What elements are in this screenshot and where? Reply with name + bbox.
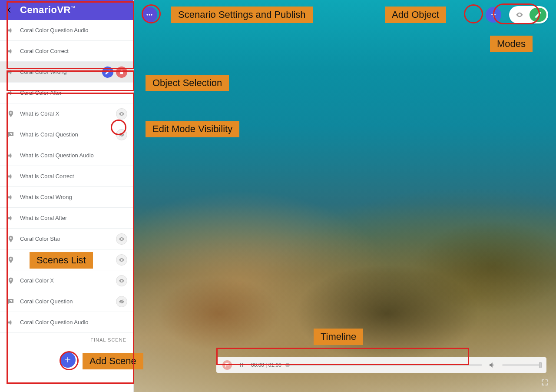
brand-name: CenarioVR bbox=[20, 4, 71, 15]
visibility-toggle[interactable] bbox=[116, 233, 127, 245]
final-scene-label: FINAL SCENE bbox=[0, 333, 133, 345]
audio-icon bbox=[6, 88, 16, 98]
list-item[interactable]: Coral Color Question Audio bbox=[0, 312, 133, 333]
add-object-button[interactable] bbox=[486, 7, 501, 23]
brand-tm: ™ bbox=[71, 5, 76, 10]
list-item-label: Coral Color Wrong bbox=[20, 69, 98, 75]
audio-icon bbox=[6, 26, 16, 35]
list-item[interactable] bbox=[0, 249, 133, 270]
app-root: CenarioVR™ Coral Color Question Audio Co… bbox=[0, 0, 556, 392]
audio-icon bbox=[6, 151, 16, 160]
fullscreen-button[interactable] bbox=[540, 378, 549, 387]
scene-canvas[interactable] bbox=[134, 0, 556, 392]
list-item-label: What is Coral Wrong bbox=[20, 194, 127, 200]
sidebar: CenarioVR™ Coral Color Question Audio Co… bbox=[0, 0, 134, 392]
volume-thumb[interactable] bbox=[539, 362, 542, 368]
list-item[interactable]: Coral Color After bbox=[0, 83, 133, 103]
list-item-label: What is Coral Question bbox=[20, 131, 112, 138]
audio-icon bbox=[6, 318, 16, 327]
list-item-label: What is Coral X bbox=[20, 110, 112, 117]
list-item[interactable]: Coral Color Star bbox=[0, 229, 133, 249]
scene-list[interactable]: Coral Color Question Audio Coral Color C… bbox=[0, 20, 133, 392]
mode-toggle[interactable] bbox=[509, 6, 548, 23]
list-item-label: Coral Color Correct bbox=[20, 48, 127, 54]
audio-icon bbox=[6, 67, 16, 77]
list-item[interactable]: What is Coral Question Audio bbox=[0, 145, 133, 166]
top-actions bbox=[142, 6, 548, 23]
edit-button[interactable] bbox=[102, 66, 113, 78]
time-current: 00:00 bbox=[251, 362, 264, 368]
list-item[interactable]: What is Coral Question bbox=[0, 124, 133, 145]
audio-icon bbox=[6, 47, 16, 56]
list-item[interactable]: Coral Color Question Audio bbox=[0, 20, 133, 41]
list-item-label: Coral Color Question bbox=[20, 298, 112, 305]
sidebar-header: CenarioVR™ bbox=[0, 0, 133, 20]
list-item-label: What is Coral Question Audio bbox=[20, 152, 127, 159]
list-item[interactable]: What is Coral After bbox=[0, 208, 133, 229]
add-scene-button[interactable] bbox=[60, 352, 76, 368]
visibility-toggle[interactable] bbox=[116, 129, 127, 140]
list-item-label: Coral Color Star bbox=[20, 236, 112, 242]
list-item[interactable]: Coral Color Wrong bbox=[0, 62, 133, 83]
pin-icon bbox=[6, 234, 16, 244]
time-sep: | bbox=[264, 362, 268, 368]
scene-viewport[interactable]: 00:00 | 01:00 bbox=[134, 0, 556, 392]
timeline-thumb[interactable] bbox=[285, 363, 290, 367]
scenario-settings-button[interactable] bbox=[142, 7, 157, 23]
list-item-label: Coral Color Question Audio bbox=[20, 319, 127, 326]
pin-icon bbox=[6, 255, 16, 265]
list-item[interactable]: Coral Color Question bbox=[0, 291, 133, 312]
edit-mode-icon[interactable] bbox=[530, 8, 546, 22]
chat-question-icon bbox=[6, 130, 16, 140]
timeline-track[interactable] bbox=[288, 364, 482, 366]
back-icon[interactable] bbox=[5, 6, 13, 14]
flag-icon[interactable] bbox=[222, 360, 232, 370]
pin-icon bbox=[6, 109, 16, 119]
list-item[interactable]: What is Coral Correct bbox=[0, 166, 133, 187]
volume-track[interactable] bbox=[502, 364, 540, 366]
brand-logo: CenarioVR™ bbox=[20, 4, 75, 16]
play-pause-button[interactable] bbox=[238, 362, 245, 369]
list-item-label: Coral Color After bbox=[20, 90, 127, 96]
list-item-label: What is Coral After bbox=[20, 215, 127, 221]
list-item[interactable]: What is Coral Wrong bbox=[0, 187, 133, 208]
list-item-label: Coral Color X bbox=[20, 277, 112, 284]
list-item-label: What is Coral Correct bbox=[20, 173, 127, 179]
list-item[interactable]: Coral Color Correct bbox=[0, 41, 133, 62]
timeline[interactable]: 00:00 | 01:00 bbox=[216, 357, 546, 373]
pin-icon bbox=[6, 276, 16, 286]
timeline-time: 00:00 | 01:00 bbox=[251, 362, 281, 368]
audio-icon bbox=[6, 193, 16, 202]
visibility-toggle[interactable] bbox=[116, 296, 127, 307]
volume-icon[interactable] bbox=[488, 361, 496, 369]
visibility-toggle[interactable] bbox=[116, 275, 127, 286]
list-item-label: Coral Color Question Audio bbox=[20, 27, 127, 33]
time-total: 01:00 bbox=[268, 362, 281, 368]
visibility-toggle[interactable] bbox=[116, 108, 127, 120]
audio-icon bbox=[6, 172, 16, 181]
preview-mode-icon[interactable] bbox=[511, 8, 528, 22]
visibility-toggle[interactable] bbox=[116, 254, 127, 266]
audio-icon bbox=[6, 213, 16, 223]
delete-button[interactable] bbox=[116, 66, 127, 78]
list-item[interactable]: What is Coral X bbox=[0, 103, 133, 124]
list-item[interactable]: Coral Color X bbox=[0, 270, 133, 291]
chat-question-icon bbox=[6, 297, 16, 306]
